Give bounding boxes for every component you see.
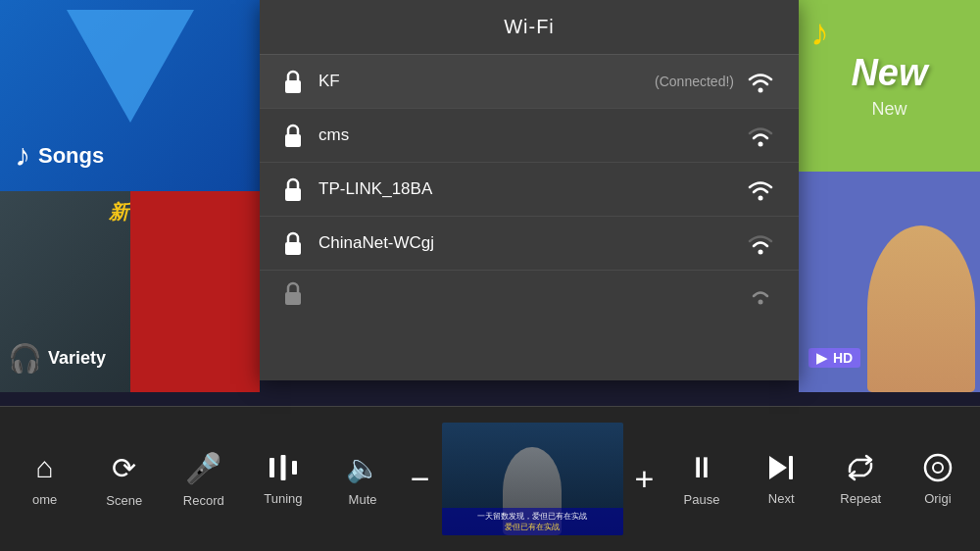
repeat-button[interactable]: Repeat: [829, 452, 893, 506]
minus-button[interactable]: −: [411, 460, 430, 498]
mute-label: Mute: [349, 492, 377, 507]
tuning-icon: [268, 452, 299, 483]
toolbar: ⌂ ome ⟳ Scene 🎤 Record Tuning 🔈 Mute − 一…: [0, 406, 980, 551]
home-button[interactable]: ⌂ ome: [13, 451, 76, 507]
next-label: Next: [768, 491, 795, 506]
variety-content: 🎧 Variety: [8, 342, 106, 375]
scene-label: Scene: [106, 493, 142, 508]
svg-rect-2: [285, 134, 301, 147]
player-video[interactable]: 一天留数发现，爱但已有在实战 爱但已有在实战: [442, 423, 623, 535]
songs-tile[interactable]: ♪ Songs: [0, 0, 260, 191]
new-tile-main-label: New: [851, 52, 927, 94]
pause-label: Pause: [684, 492, 720, 507]
left-tiles-area: ♪ Songs 🎧 Variety 新: [0, 0, 260, 392]
wifi-signal-icon: [746, 124, 775, 147]
person-figure: [867, 225, 975, 392]
svg-point-9: [759, 300, 763, 305]
next-icon: [765, 452, 797, 483]
svg-rect-8: [285, 292, 301, 305]
microphone-icon: 🎤: [185, 451, 221, 485]
wifi-signal-icon: [746, 231, 775, 255]
origin-icon: [922, 452, 954, 483]
repeat-icon: [845, 452, 876, 483]
new-tile-sub-label: New: [871, 99, 906, 120]
triangle-decoration: [67, 10, 194, 123]
wifi-network-item[interactable]: [260, 271, 799, 316]
wifi-signal-icon: [746, 70, 775, 93]
variety-tile[interactable]: 🎧 Variety 新: [0, 191, 130, 392]
wifi-network-item[interactable]: cms: [260, 109, 799, 163]
lock-icon: [283, 280, 303, 306]
home-label: ome: [32, 492, 57, 507]
svg-rect-11: [280, 455, 285, 480]
songs-content: ♪ Songs: [15, 137, 104, 174]
subtitle-text2: 爱但已有在实战: [446, 522, 619, 532]
connected-label: (Connected!): [655, 74, 734, 89]
wifi-network-item[interactable]: ChinaNet-WCgj: [260, 217, 799, 271]
variety-label: Variety: [48, 348, 106, 369]
home-icon: ⌂: [36, 451, 54, 484]
wifi-panel: Wi-Fi KF (Connected!) cms: [260, 0, 799, 380]
player-wrapper: − 一天留数发现，爱但已有在实战 爱但已有在实战 +: [411, 423, 655, 535]
wifi-network-list: KF (Connected!) cms: [260, 55, 799, 316]
new-music-note-icon: ♪: [810, 12, 829, 54]
network-name: TP-LINK_18BA: [318, 179, 746, 199]
lock-icon: [283, 69, 303, 94]
next-button[interactable]: Next: [750, 452, 813, 506]
mute-icon: 🔈: [346, 452, 380, 484]
svg-rect-10: [270, 458, 274, 477]
svg-point-3: [759, 142, 763, 147]
record-button[interactable]: 🎤 Record: [172, 451, 235, 508]
music-note-icon: ♪: [15, 137, 30, 174]
svg-rect-14: [789, 456, 793, 479]
svg-rect-4: [285, 188, 301, 201]
network-name: KF: [318, 72, 655, 91]
subtitle-overlay: 一天留数发现，爱但已有在实战 爱但已有在实战: [442, 508, 623, 535]
pause-button[interactable]: ⏸ Pause: [670, 451, 734, 507]
tuning-label: Tuning: [264, 491, 302, 506]
lock-icon: [283, 230, 303, 256]
repeat-label: Repeat: [840, 491, 881, 506]
red-accent-tile: [130, 191, 260, 392]
origin-label: Origi: [924, 491, 951, 506]
svg-rect-12: [292, 461, 297, 475]
svg-rect-6: [285, 242, 301, 255]
plus-button[interactable]: +: [635, 460, 655, 498]
svg-marker-13: [769, 456, 787, 479]
svg-point-5: [759, 196, 763, 201]
wifi-panel-title: Wi-Fi: [260, 0, 799, 55]
wifi-signal-icon: [746, 177, 775, 201]
lock-icon: [283, 123, 303, 148]
origin-button[interactable]: Origi: [908, 452, 967, 506]
svg-point-7: [759, 250, 763, 255]
hd-badge: ▶ HD: [808, 348, 860, 368]
svg-point-15: [925, 455, 951, 480]
wifi-network-item[interactable]: TP-LINK_18BA: [260, 163, 799, 217]
hd-tile[interactable]: ▶ HD: [799, 172, 980, 392]
play-icon: ▶: [816, 350, 827, 366]
network-name: ChinaNet-WCgj: [318, 233, 746, 253]
svg-point-1: [759, 88, 763, 93]
scene-button[interactable]: ⟳ Scene: [92, 451, 156, 508]
headphone-icon: 🎧: [8, 342, 42, 375]
svg-rect-0: [285, 80, 301, 93]
new-tile[interactable]: ♪ New New: [799, 0, 980, 172]
subtitle-text: 一天留数发现，爱但已有在实战: [446, 511, 619, 522]
pause-icon: ⏸: [687, 451, 716, 484]
svg-point-16: [933, 463, 943, 473]
new-badge-overlay: 新: [109, 199, 128, 225]
songs-label: Songs: [38, 143, 104, 169]
record-label: Record: [183, 493, 224, 508]
tuning-button[interactable]: Tuning: [251, 452, 315, 506]
scene-icon: ⟳: [112, 451, 136, 485]
lock-icon: [283, 176, 303, 202]
mute-button[interactable]: 🔈 Mute: [331, 452, 395, 507]
right-tiles-area: ♪ New New ▶ HD: [799, 0, 980, 392]
wifi-network-item[interactable]: KF (Connected!): [260, 55, 799, 109]
wifi-signal-icon: [746, 281, 775, 305]
network-name: cms: [318, 125, 746, 145]
